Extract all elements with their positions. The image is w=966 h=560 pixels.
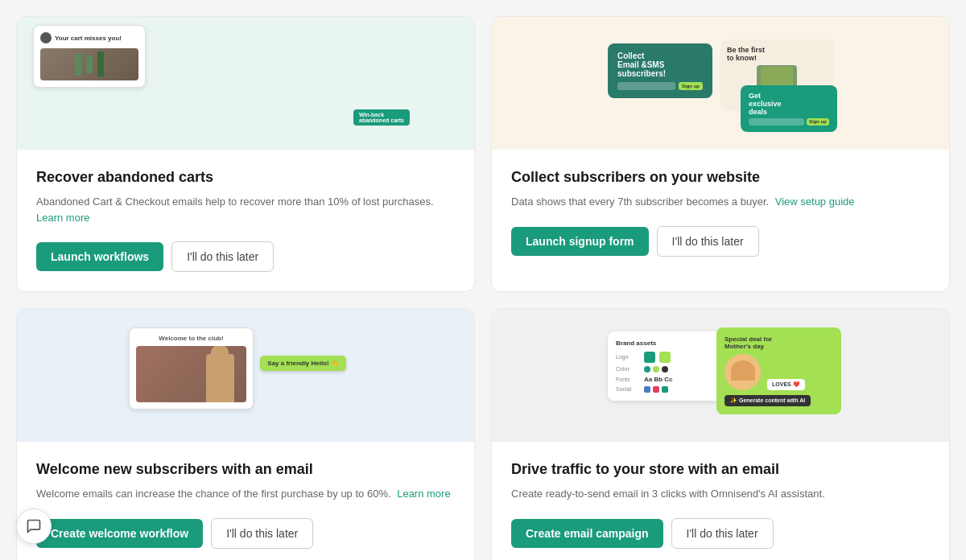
brand-assets-card: Brand assets Logo Color [608, 331, 720, 401]
signup-btn-small: Sign up [679, 82, 703, 90]
email-input-box [617, 82, 675, 90]
card-desc-subscribers: Data shows that every 7th subscriber bec… [511, 194, 930, 210]
card-abandoned-carts: Your cart misses you! Win-backabandoned … [16, 16, 475, 292]
phone-input-box [749, 118, 804, 126]
mockup-drive: Brand assets Logo Color [492, 309, 949, 442]
card-image-abandoned: Your cart misses you! Win-backabandoned … [17, 17, 474, 150]
do-later-button-subscribers[interactable]: I'll do this later [657, 226, 759, 257]
person-head [211, 346, 229, 362]
promo-card: Special deal forMother's day LOVES ❤️ ✨ … [716, 327, 841, 414]
avatar-icon [40, 32, 52, 43]
chat-bubble-button[interactable] [16, 509, 52, 544]
launch-workflows-button[interactable]: Launch workflows [36, 242, 163, 271]
card-desc-drive: Create ready-to-send email in 3 clicks w… [511, 486, 930, 502]
learn-more-link-welcome[interactable]: Learn more [397, 488, 450, 500]
do-later-button-drive[interactable]: I'll do this later [671, 518, 774, 549]
do-later-button-abandoned[interactable]: I'll do this later [171, 241, 274, 272]
card-title-subscribers: Collect subscribers on your website [511, 169, 930, 186]
card-body-abandoned: Recover abandoned carts Abandoned Cart &… [17, 150, 474, 291]
card-title-welcome: Welcome new subscribers with an email [36, 461, 455, 478]
sub-card-email: CollectEmail &SMSsubscribers! Sign up [608, 43, 712, 98]
cards-grid: Your cart misses you! Win-backabandoned … [16, 16, 950, 560]
card-body-welcome: Welcome new subscribers with an email We… [17, 442, 474, 560]
sub-mockup-wrapper: CollectEmail &SMSsubscribers! Sign up Be… [592, 31, 849, 136]
create-welcome-workflow-button[interactable]: Create welcome workflow [36, 519, 203, 548]
do-later-button-welcome[interactable]: I'll do this later [211, 518, 313, 549]
card-actions-subscribers: Launch signup form I'll do this later [511, 226, 930, 257]
logo-swatch [644, 352, 655, 363]
welcome-phone-card: Welcome to the club! [129, 327, 254, 410]
drive-mockup-wrapper: Brand assets Logo Color [592, 323, 849, 428]
card-welcome-subscribers: Welcome to the club! Say a friendly Hell… [16, 308, 475, 560]
card-image-subscribers: CollectEmail &SMSsubscribers! Sign up Be… [492, 17, 949, 150]
mockup-welcome: Welcome to the club! Say a friendly Hell… [17, 309, 474, 442]
card-body-subscribers: Collect subscribers on your website Data… [492, 150, 949, 276]
promo-person [724, 354, 761, 390]
brand-rows: Logo Color [616, 352, 712, 393]
card-actions-abandoned: Launch workflows I'll do this later [36, 241, 455, 272]
card-drive-traffic: Brand assets Logo Color [491, 308, 950, 560]
launch-signup-form-button[interactable]: Launch signup form [511, 227, 649, 256]
cart-product-image [40, 48, 138, 80]
signup-btn-2: Sign up [807, 118, 829, 126]
card-image-welcome: Welcome to the club! Say a friendly Hell… [17, 309, 474, 442]
welcome-mockup-wrapper: Welcome to the club! Say a friendly Hell… [121, 323, 370, 428]
card-image-drive: Brand assets Logo Color [492, 309, 949, 442]
logo-swatch-2 [659, 352, 671, 363]
card-title-abandoned: Recover abandoned carts [36, 169, 455, 186]
card-title-drive: Drive traffic to your store with an emai… [511, 461, 930, 478]
card-desc-welcome: Welcome emails can increase the chance o… [36, 486, 455, 502]
mockup-subscribers: CollectEmail &SMSsubscribers! Sign up Be… [492, 17, 949, 150]
bottle-icon [75, 53, 81, 76]
welcome-hero-image [136, 346, 246, 402]
learn-more-link-abandoned[interactable]: Learn more [36, 212, 89, 224]
say-hello-tag: Say a friendly Hello! 👋 [260, 356, 346, 371]
cart-phone-label: Your cart misses you! [55, 35, 122, 42]
view-guide-link[interactable]: View setup guide [775, 196, 855, 208]
mockup-abandoned: Your cart misses you! Win-backabandoned … [17, 17, 474, 150]
chat-icon [26, 518, 42, 534]
card-actions-welcome: Create welcome workflow I'll do this lat… [36, 518, 455, 549]
card-collect-subscribers: CollectEmail &SMSsubscribers! Sign up Be… [491, 16, 950, 292]
card-desc-abandoned: Abandoned Cart & Checkout emails help to… [36, 194, 455, 225]
bottle-tall-icon [97, 51, 104, 77]
winback-tag: Win-backabandoned carts [353, 109, 410, 126]
ai-content-btn: ✨ Generate content with AI [724, 395, 811, 406]
sub-card-exclusive-deals: Getexclusivedeals Sign up [741, 85, 837, 132]
card-actions-drive: Create email campaign I'll do this later [511, 518, 930, 549]
bottle-small-icon [86, 56, 93, 73]
card-body-drive: Drive traffic to your store with an emai… [492, 442, 949, 560]
loves-badge: LOVES ❤️ [767, 379, 805, 390]
create-email-campaign-button[interactable]: Create email campaign [511, 519, 663, 548]
